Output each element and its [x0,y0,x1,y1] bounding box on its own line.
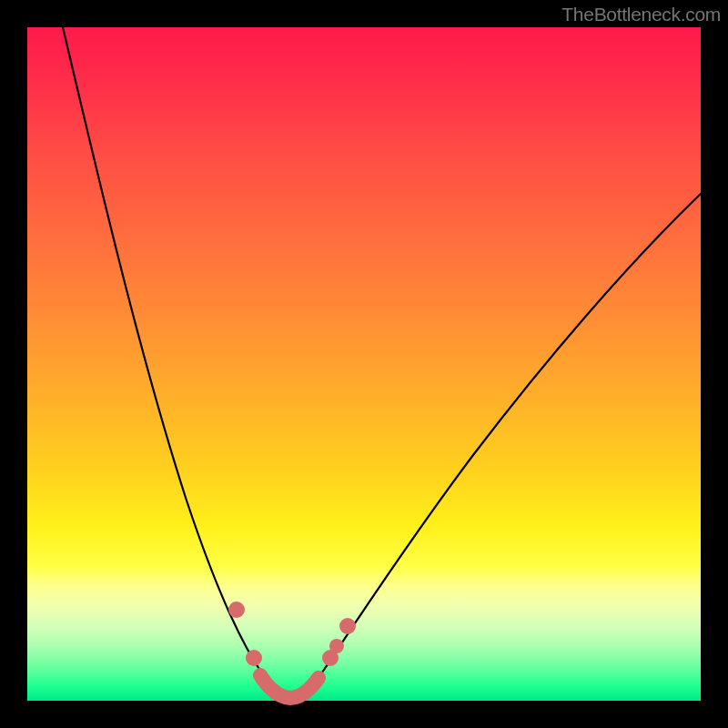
curve-left-branch [63,27,290,698]
marker-dot [228,602,245,618]
bottleneck-curve [27,27,701,701]
chart-frame: TheBottleneck.com [0,0,728,728]
watermark-text: TheBottleneck.com [561,4,721,25]
plot-area [27,27,701,701]
marker-dot [339,618,356,634]
marker-dot [246,650,262,666]
marker-valley-segment [260,675,318,698]
marker-dot [329,639,344,653]
